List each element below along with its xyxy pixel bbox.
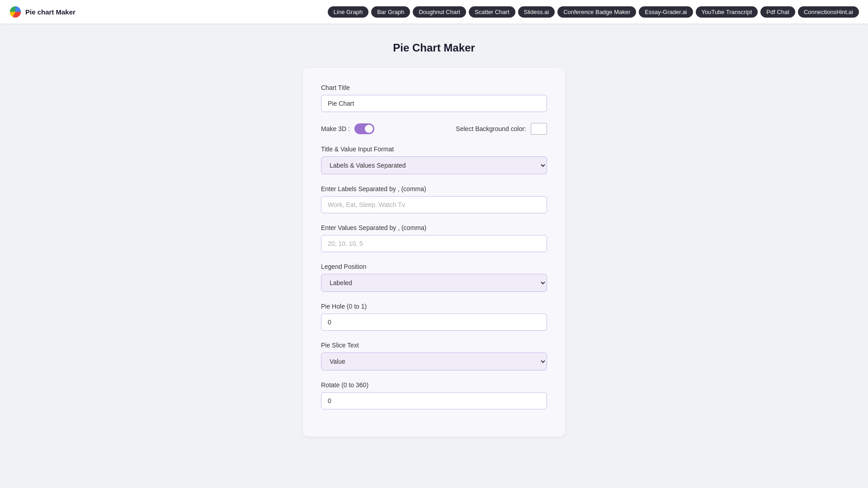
- nav-scatter-chart[interactable]: Scatter Chart: [469, 6, 515, 18]
- nav-conference-badge[interactable]: Conference Badge Maker: [557, 6, 636, 18]
- form-card: Chart Title Make 3D : Select Background …: [303, 68, 565, 436]
- input-format-group: Title & Value Input Format Labels & Valu…: [321, 145, 547, 174]
- pie-slice-text-select[interactable]: Value Percentage Label None: [321, 352, 547, 371]
- make3d-area: Make 3D :: [321, 123, 374, 134]
- values-label: Enter Values Separated by , (comma): [321, 224, 547, 231]
- options-row: Make 3D : Select Background color:: [321, 123, 547, 135]
- rotate-group: Rotate (0 to 360): [321, 381, 547, 409]
- legend-position-label: Legend Position: [321, 263, 547, 270]
- nav-doughnut-chart[interactable]: Doughnut Chart: [413, 6, 466, 18]
- chart-title-input[interactable]: [321, 95, 547, 112]
- bg-color-label: Select Background color:: [456, 125, 526, 132]
- chart-title-group: Chart Title: [321, 84, 547, 112]
- nav-bar-graph[interactable]: Bar Graph: [371, 6, 410, 18]
- rotate-label: Rotate (0 to 360): [321, 381, 547, 389]
- nav-essay-grader[interactable]: Essay-Grader.ai: [639, 6, 693, 18]
- logo-icon: [9, 5, 22, 18]
- content-wrapper: Pie Chart Maker Chart Title Make 3D :: [163, 42, 705, 436]
- toggle-slider: [354, 123, 374, 134]
- pie-hole-label: Pie Hole (0 to 1): [321, 303, 547, 310]
- nav-connections-hint[interactable]: ConnectionsHint.ai: [798, 6, 859, 18]
- pie-hole-group: Pie Hole (0 to 1): [321, 303, 547, 331]
- pie-slice-text-group: Pie Slice Text Value Percentage Label No…: [321, 342, 547, 371]
- input-format-select[interactable]: Labels & Values Separated Combined Forma…: [321, 156, 547, 174]
- main-content: Pie Chart Maker Chart Title Make 3D :: [0, 23, 868, 464]
- chart-title-label: Chart Title: [321, 84, 547, 91]
- labels-input[interactable]: [321, 196, 547, 213]
- make3d-label: Make 3D :: [321, 125, 350, 132]
- nav-pdf-chat[interactable]: Pdf Chat: [760, 6, 795, 18]
- legend-position-group: Legend Position Labeled Top Bottom Left …: [321, 263, 547, 292]
- pie-hole-input[interactable]: [321, 314, 547, 331]
- rotate-input[interactable]: [321, 392, 547, 409]
- pie-slice-text-label: Pie Slice Text: [321, 342, 547, 349]
- nav-links: Line Graph Bar Graph Doughnut Chart Scat…: [328, 6, 859, 18]
- page-title: Pie Chart Maker: [163, 42, 705, 54]
- logo-area: Pie chart Maker: [9, 5, 75, 18]
- labels-group: Enter Labels Separated by , (comma): [321, 185, 547, 213]
- input-format-label: Title & Value Input Format: [321, 145, 547, 153]
- bg-color-area: Select Background color:: [456, 123, 547, 135]
- bg-color-swatch[interactable]: [531, 123, 547, 135]
- nav-line-graph[interactable]: Line Graph: [328, 6, 368, 18]
- logo-text: Pie chart Maker: [25, 8, 75, 16]
- make3d-toggle[interactable]: [354, 123, 374, 134]
- values-input[interactable]: [321, 235, 547, 252]
- nav-slidess[interactable]: Slidess.ai: [518, 6, 555, 18]
- nav-youtube-transcript[interactable]: YouTube Transcript: [696, 6, 758, 18]
- legend-position-select[interactable]: Labeled Top Bottom Left Right None: [321, 274, 547, 292]
- header: Pie chart Maker Line Graph Bar Graph Dou…: [0, 0, 868, 23]
- labels-label: Enter Labels Separated by , (comma): [321, 185, 547, 192]
- values-group: Enter Values Separated by , (comma): [321, 224, 547, 252]
